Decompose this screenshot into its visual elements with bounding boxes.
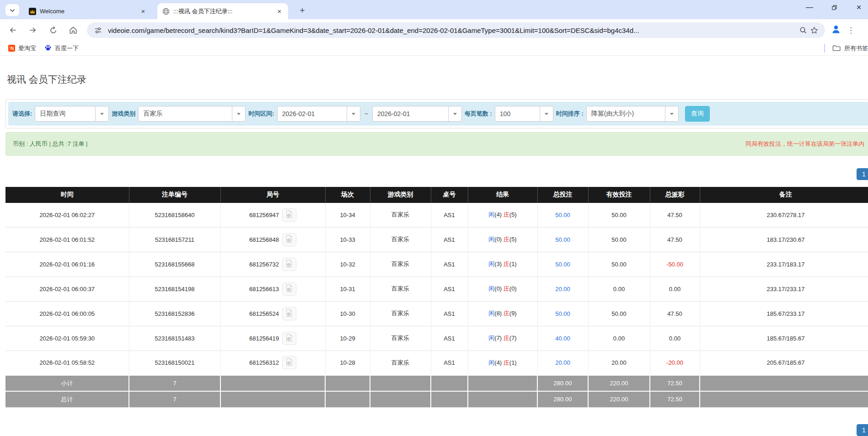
bet_id-cell: 523168158640 (129, 202, 220, 227)
table_no-cell: AS1 (431, 351, 468, 375)
tab-welcome[interactable]: Welcome × (24, 3, 152, 19)
game-cell: 百家乐 (370, 252, 431, 276)
valid_bet-cell: 20.00 (588, 351, 650, 375)
total-row-session (325, 391, 370, 407)
bet_id-cell: 523168157211 (129, 227, 220, 252)
tab-close-icon[interactable]: × (139, 7, 147, 15)
banker-result-value: (5) (509, 236, 517, 243)
site-settings-tune-icon[interactable] (92, 25, 103, 36)
date-start-select[interactable]: 2026-02-01 (277, 106, 360, 122)
window-minimize-button[interactable]: — (805, 3, 814, 12)
session-cell: 10-29 (325, 326, 370, 351)
browser-toolbar: videoie.com/game/betrecord_search/kind3?… (0, 19, 868, 41)
session-cell: 10-33 (325, 227, 370, 252)
col-header-total_bet: 总投注 (537, 187, 588, 202)
video-replay-button[interactable] (282, 332, 296, 345)
banker-result-value: (5) (509, 211, 517, 218)
payout-cell: -50.00 (650, 252, 700, 276)
page-title: 视讯 会员下注纪录 (7, 73, 868, 86)
sort-order-select[interactable]: 降冪(由大到小) (586, 106, 679, 122)
total-bet-value: 50.00 (555, 261, 570, 268)
table_no-cell: AS1 (431, 252, 468, 276)
player-result-value: (4) (494, 211, 504, 218)
note-cell: 233.17/183.17 (700, 252, 868, 276)
window-close-button[interactable]: × (854, 3, 863, 12)
player-result-label: 闲 (488, 285, 494, 292)
round-number: 681256419 (249, 335, 279, 342)
game-type-select[interactable]: 百家乐 (138, 106, 246, 122)
col-header-note: 备注 (700, 187, 868, 202)
sort-order-label: 时间排序 : (556, 110, 584, 118)
total-row-valid_bet: 220.00 (588, 391, 650, 407)
bookmark-item-taobao[interactable]: 淘 爱淘宝 (8, 44, 36, 53)
video-replay-button[interactable] (282, 233, 296, 246)
url-text[interactable]: videoie.com/game/betrecord_search/kind3?… (108, 27, 798, 34)
round-cell: 681256524 (220, 301, 325, 326)
pagination-page-1[interactable]: 1 (857, 168, 868, 180)
table-row: 2026-02-01 05:58:52523168150021681256312… (5, 351, 868, 375)
home-button[interactable] (66, 23, 80, 37)
pagination-page-1[interactable]: 1 (857, 424, 868, 436)
session-cell: 10-32 (325, 252, 370, 276)
browser-menu-icon[interactable]: ⋮ (847, 26, 855, 35)
video-file-icon (285, 358, 294, 367)
date-end-select[interactable]: 2026-02-01 (372, 106, 462, 122)
time-cell: 2026-02-01 06:02:27 (5, 202, 129, 227)
payout-value: 47.50 (667, 212, 682, 218)
round-cell: 681256848 (220, 227, 325, 252)
tab-betrecord[interactable]: :::视讯 会员下注纪录::: × (157, 3, 288, 19)
round-number: 681256524 (249, 310, 279, 317)
tilde-separator: ~ (364, 110, 368, 117)
table_no-cell: AS1 (431, 227, 468, 252)
payout-value: -50.00 (666, 261, 683, 268)
video-file-icon (285, 309, 294, 319)
video-replay-button[interactable] (282, 208, 296, 222)
select-caret-icon (665, 106, 678, 121)
new-tab-button[interactable]: + (296, 5, 308, 16)
page-size-select[interactable]: 100 (495, 106, 553, 122)
back-button[interactable] (5, 23, 20, 37)
player-result-label: 闲 (488, 236, 494, 243)
zoom-magnifier-icon[interactable] (798, 25, 809, 36)
url-bar[interactable]: videoie.com/game/betrecord_search/kind3?… (87, 22, 825, 38)
player-result-label: 闲 (488, 261, 494, 267)
bet_id-cell: 523168151483 (129, 326, 220, 351)
session-cell: 10-34 (325, 202, 370, 227)
betrecord-page: 视讯 会员下注纪录 请选择: 日期查询 游戏类别 百家乐 时间区间: 2026-… (0, 56, 868, 408)
bookmark-label: 爱淘宝 (18, 44, 36, 53)
video-replay-button[interactable] (282, 356, 296, 369)
session-cell: 10-30 (325, 301, 370, 326)
tab-close-icon[interactable]: × (275, 7, 284, 15)
game-cell: 百家乐 (370, 227, 431, 252)
bookmark-star-icon[interactable] (809, 25, 820, 36)
video-replay-button[interactable] (282, 282, 296, 296)
query-type-label: 请选择: (12, 110, 32, 118)
total-bet-value: 50.00 (555, 236, 570, 243)
total-bet-cell: 50.00 (537, 202, 588, 227)
search-button[interactable]: 查询 (685, 106, 710, 122)
total-bet-value: 40.00 (555, 335, 570, 342)
banker-result-label: 庄 (504, 285, 509, 292)
player-result-value: (4) (494, 359, 504, 366)
video-replay-button[interactable] (282, 258, 296, 271)
tab-search-button[interactable] (5, 4, 19, 16)
note-cell: 185.67/185.67 (700, 326, 868, 351)
col-header-session: 场次 (325, 187, 370, 202)
banker-result-label: 庄 (504, 261, 509, 267)
player-result-label: 闲 (488, 310, 494, 317)
tab-title: :::视讯 会员下注纪录::: (173, 7, 272, 16)
query-type-select[interactable]: 日期查询 (35, 106, 109, 122)
result-cell: 闲(0) 庄(5) (468, 227, 537, 252)
time-cell: 2026-02-01 06:01:52 (5, 227, 129, 252)
forward-button[interactable] (26, 23, 40, 37)
window-maximize-button[interactable] (830, 3, 839, 12)
video-replay-button[interactable] (282, 307, 296, 320)
reload-button[interactable] (46, 23, 60, 37)
time-cell: 2026-02-01 06:01:16 (5, 252, 129, 276)
globe-icon (162, 7, 170, 15)
profile-avatar[interactable] (830, 24, 841, 37)
note-cell: 183.17/230.67 (700, 227, 868, 252)
all-bookmarks-button[interactable]: 所有书签 (824, 44, 868, 53)
bookmark-item-baidu[interactable]: 百度一下 (44, 44, 79, 53)
banker-result-value: (9) (509, 310, 517, 317)
